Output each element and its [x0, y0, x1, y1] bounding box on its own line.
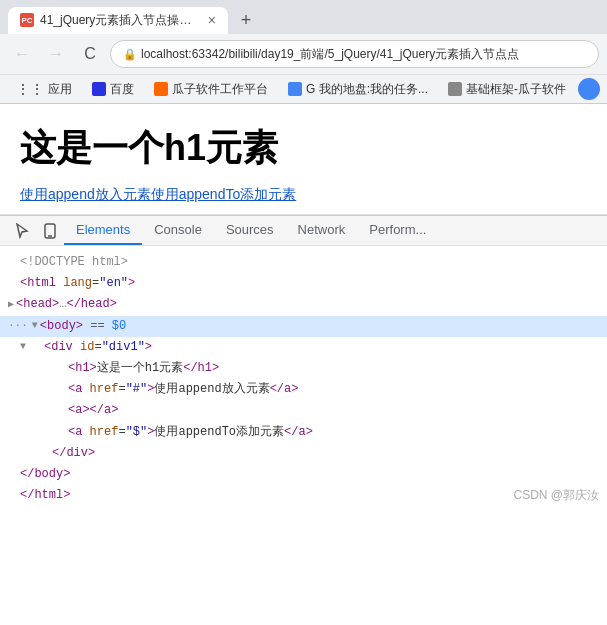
- lock-icon: 🔒: [123, 48, 137, 61]
- tab-bar: PC 41_jQuery元素插入节点操作(ap... × + ← → C 🔒 l…: [0, 0, 607, 104]
- baidu-icon: [92, 82, 106, 96]
- bookmark-label: 瓜子软件工作平台: [172, 81, 268, 98]
- reload-button[interactable]: C: [76, 40, 104, 68]
- bookmark-label: 百度: [110, 81, 134, 98]
- div-close-tag: </div>: [52, 444, 95, 463]
- address-text: localhost:63342/bilibili/day19_前端/5_jQue…: [141, 46, 519, 63]
- arrow-right-icon[interactable]: [8, 297, 14, 313]
- profile-avatar[interactable]: [578, 78, 600, 100]
- bookmark-framework[interactable]: 基础框架-瓜子软件: [440, 79, 574, 100]
- bookmark-baidu[interactable]: 百度: [84, 79, 142, 100]
- bookmark-label: 基础框架-瓜子软件: [466, 81, 566, 98]
- dom-line: <html lang="en">: [0, 273, 607, 294]
- address-bar[interactable]: 🔒 localhost:63342/bilibili/day19_前端/5_jQ…: [110, 40, 599, 68]
- active-tab[interactable]: PC 41_jQuery元素插入节点操作(ap... ×: [8, 7, 228, 34]
- tab-console[interactable]: Console: [142, 216, 214, 245]
- page-content: 这是一个h1元素 使用append放入元素使用appendTo添加元素: [0, 104, 607, 215]
- csdn-watermark: CSDN @郭庆汝: [513, 487, 599, 504]
- html-close-tag: </html>: [20, 486, 70, 505]
- bookmark-guozi[interactable]: 瓜子软件工作平台: [146, 79, 276, 100]
- tab-elements[interactable]: Elements: [64, 216, 142, 245]
- div-open-tag: <div id="div1">: [44, 338, 152, 357]
- dom-line: <head>…</head>: [0, 294, 607, 315]
- guozi-icon: [154, 82, 168, 96]
- bookmark-gdisk[interactable]: G 我的地盘:我的任务...: [280, 79, 436, 100]
- browser-window: PC 41_jQuery元素插入节点操作(ap... × + ← → C 🔒 l…: [0, 0, 607, 512]
- forward-button[interactable]: →: [42, 40, 70, 68]
- arrow-down-icon[interactable]: [32, 318, 38, 334]
- tab-close-icon[interactable]: ×: [208, 12, 216, 28]
- tab-performance[interactable]: Perform...: [357, 216, 438, 245]
- devtools-toolbar: Elements Console Sources Network Perform…: [0, 216, 607, 246]
- page-heading: 这是一个h1元素: [20, 124, 587, 173]
- dom-line: <!DOCTYPE html>: [0, 252, 607, 273]
- dom-line: <div id="div1">: [0, 337, 607, 358]
- dom-line: ··· <body> == $0: [0, 316, 607, 337]
- a-empty-tag: <a></a>: [68, 401, 118, 420]
- gdisk-icon: [288, 82, 302, 96]
- dom-line: <a href="#">使用append放入元素</a>: [0, 379, 607, 400]
- dom-tree: <!DOCTYPE html> <html lang="en"> <head>……: [0, 246, 607, 512]
- back-button[interactable]: ←: [8, 40, 36, 68]
- tab-title: 41_jQuery元素插入节点操作(ap...: [40, 12, 202, 29]
- bookmark-label: 应用: [48, 81, 72, 98]
- bookmark-label: G 我的地盘:我的任务...: [306, 81, 428, 98]
- tab-network[interactable]: Network: [286, 216, 358, 245]
- body-close-tag: </body>: [20, 465, 70, 484]
- body-tag: <body> == $0: [40, 317, 126, 336]
- new-tab-button[interactable]: +: [232, 6, 260, 34]
- page-link[interactable]: 使用append放入元素使用appendTo添加元素: [20, 186, 296, 202]
- mobile-icon[interactable]: [36, 217, 64, 245]
- tab-favicon: PC: [20, 13, 34, 27]
- devtools-tabs: Elements Console Sources Network Perform…: [64, 216, 599, 245]
- dom-line: <a></a>: [0, 400, 607, 421]
- bookmarks-bar: ⋮⋮ 应用 百度 瓜子软件工作平台 G 我的地盘:我的任务... 基础框架-瓜子…: [0, 74, 607, 103]
- framework-icon: [448, 82, 462, 96]
- apps-icon: ⋮⋮: [16, 81, 44, 97]
- doctype-text: <!DOCTYPE html>: [20, 253, 128, 272]
- a-append-tag: <a href="#">使用append放入元素</a>: [68, 380, 298, 399]
- tab-sources[interactable]: Sources: [214, 216, 286, 245]
- devtools-panel: Elements Console Sources Network Perform…: [0, 215, 607, 512]
- dom-line: </div>: [0, 443, 607, 464]
- dom-line: <a href="$">使用appendTo添加元素</a>: [0, 422, 607, 443]
- html-tag: <html lang="en">: [20, 274, 135, 293]
- bookmark-apps[interactable]: ⋮⋮ 应用: [8, 79, 80, 100]
- dots-indicator: ···: [8, 317, 28, 335]
- dom-line: <h1>这是一个h1元素</h1>: [0, 358, 607, 379]
- cursor-icon[interactable]: [8, 217, 36, 245]
- a-appendto-tag: <a href="$">使用appendTo添加元素</a>: [68, 423, 313, 442]
- arrow-down-icon[interactable]: [20, 339, 26, 355]
- head-tag: <head>…</head>: [16, 295, 117, 314]
- dom-line: </body>: [0, 464, 607, 485]
- h1-tag: <h1>这是一个h1元素</h1>: [68, 359, 219, 378]
